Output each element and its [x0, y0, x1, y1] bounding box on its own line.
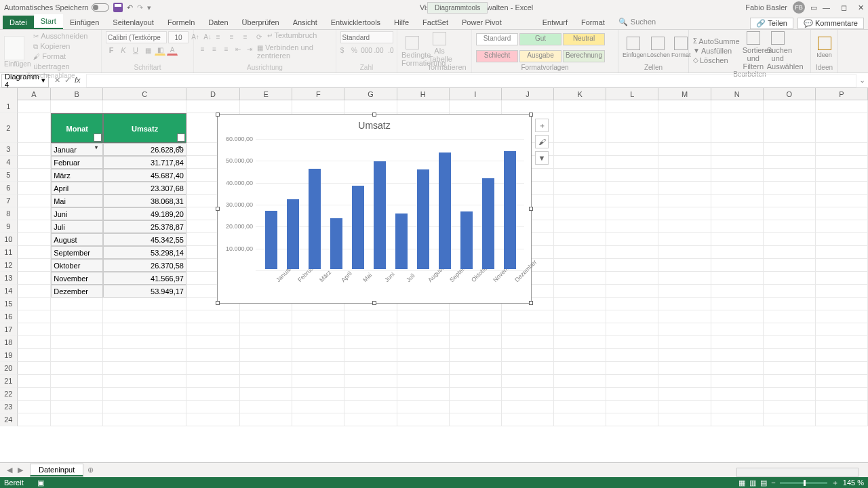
cell[interactable] [554, 220, 606, 233]
cell[interactable] [554, 336, 606, 349]
cell[interactable] [18, 233, 51, 246]
cell[interactable] [450, 349, 502, 362]
cell[interactable] [816, 323, 868, 336]
view-pagebreak-icon[interactable]: ▤ [760, 479, 767, 487]
cell[interactable] [397, 323, 450, 336]
cell[interactable] [816, 195, 868, 207]
cell[interactable] [240, 310, 292, 323]
cell[interactable] [658, 246, 711, 259]
cell[interactable] [816, 169, 868, 182]
user-avatar[interactable]: FB [793, 1, 805, 14]
cell[interactable] [554, 246, 606, 259]
cell[interactable] [816, 156, 868, 169]
col-header[interactable]: K [554, 88, 606, 100]
tab-design[interactable]: Entwurf [536, 16, 574, 29]
cell[interactable] [816, 362, 868, 375]
cell[interactable] [397, 413, 450, 426]
cell[interactable] [18, 246, 51, 259]
cell[interactable] [816, 401, 868, 413]
macro-record-icon[interactable]: ▣ [37, 479, 44, 487]
cell[interactable] [186, 100, 240, 113]
bold-button[interactable]: F [106, 45, 117, 56]
cell[interactable] [240, 388, 292, 401]
cell[interactable] [18, 182, 51, 195]
cell[interactable] [292, 310, 344, 323]
cell[interactable] [240, 413, 292, 426]
cell[interactable] [344, 362, 397, 375]
cell[interactable] [51, 349, 103, 362]
cell[interactable] [18, 100, 51, 113]
cell[interactable] [502, 349, 554, 362]
tab-data[interactable]: Daten [201, 16, 235, 29]
chart-filter-button[interactable]: ▼ [535, 151, 549, 165]
col-header[interactable]: G [344, 88, 397, 100]
cell[interactable] [240, 100, 292, 113]
cell[interactable] [397, 388, 450, 401]
style-standard[interactable]: Standard [476, 33, 518, 45]
cell[interactable] [554, 259, 606, 272]
cell[interactable] [292, 401, 344, 413]
cell[interactable] [554, 413, 606, 426]
cell[interactable] [397, 336, 450, 349]
cell[interactable] [554, 298, 606, 310]
cell[interactable] [658, 220, 711, 233]
cell[interactable] [658, 272, 711, 285]
table-header-monat[interactable]: Monat [51, 113, 103, 143]
cell[interactable]: 31.717,84 [103, 156, 186, 169]
cell[interactable] [658, 182, 711, 195]
cell[interactable] [816, 246, 868, 259]
cell[interactable] [816, 413, 868, 426]
chart-bar[interactable] [395, 214, 408, 269]
cell[interactable] [764, 143, 816, 156]
col-header[interactable]: F [292, 88, 344, 100]
cell[interactable] [18, 310, 51, 323]
add-sheet-button[interactable]: ⊕ [87, 466, 94, 474]
cell[interactable] [292, 323, 344, 336]
cell[interactable] [450, 100, 502, 113]
indent-dec-icon[interactable]: ⇤ [233, 43, 242, 54]
font-size-select[interactable] [168, 31, 189, 43]
resize-handle[interactable] [529, 207, 533, 211]
undo-icon[interactable]: ↶ [127, 3, 133, 12]
cell[interactable] [344, 100, 397, 113]
cell[interactable] [240, 401, 292, 413]
cell[interactable] [240, 323, 292, 336]
style-bad[interactable]: Schlecht [476, 50, 518, 62]
delete-cells-button[interactable]: Löschen [647, 37, 669, 58]
cell[interactable] [18, 388, 51, 401]
cell[interactable] [18, 401, 51, 413]
cell[interactable] [18, 349, 51, 362]
wrap-text-button[interactable]: ↵ Textumbruch [267, 31, 317, 42]
formula-expand-icon[interactable]: ⌄ [856, 76, 868, 85]
cell[interactable] [502, 336, 554, 349]
cell[interactable] [18, 375, 51, 388]
fill-color-button[interactable]: ◧ [155, 45, 165, 56]
currency-icon[interactable]: $ [337, 45, 348, 56]
col-header[interactable]: M [658, 88, 711, 100]
cell[interactable] [816, 207, 868, 220]
cell[interactable] [18, 169, 51, 182]
chart-bar[interactable] [287, 199, 299, 269]
cell[interactable] [344, 401, 397, 413]
zoom-in-button[interactable]: ＋ [831, 478, 839, 488]
save-icon[interactable] [113, 3, 123, 12]
merge-button[interactable]: ▦ Verbinden und zentrieren [257, 43, 332, 60]
cell[interactable] [554, 375, 606, 388]
cell[interactable] [292, 375, 344, 388]
cell[interactable] [606, 310, 658, 323]
cell[interactable] [816, 182, 868, 195]
cell[interactable] [764, 169, 816, 182]
resize-handle[interactable] [372, 113, 376, 117]
cell[interactable] [450, 375, 502, 388]
cell[interactable] [502, 362, 554, 375]
cell[interactable]: 23.307,68 [103, 182, 186, 195]
cell[interactable] [397, 349, 450, 362]
cell[interactable] [764, 310, 816, 323]
cell[interactable] [764, 336, 816, 349]
cell[interactable] [764, 195, 816, 207]
cell[interactable] [711, 272, 764, 285]
align-right-icon[interactable]: ≡ [222, 43, 231, 54]
chart-bar[interactable] [374, 161, 386, 269]
cell[interactable] [816, 143, 868, 156]
cell[interactable] [711, 413, 764, 426]
